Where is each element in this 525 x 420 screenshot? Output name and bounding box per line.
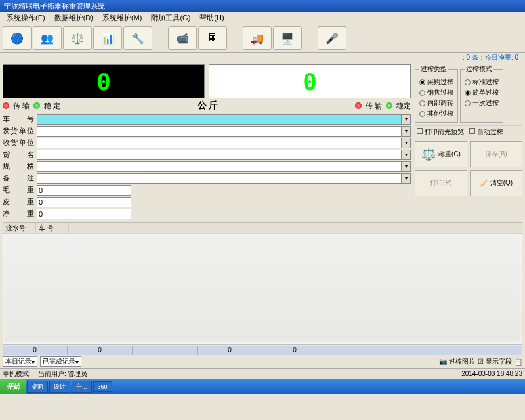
toolbar-btn-calc[interactable]: 🖩 [198, 26, 227, 50]
window-title-bar: 宁波精联电子衡器称重管理系统 [0, 0, 525, 12]
filter-completion[interactable]: 已完成记录 ▾ [40, 356, 81, 367]
filter-fields[interactable]: ☑ 显示字段 [478, 357, 512, 366]
label-gross: 毛 重 [3, 185, 37, 195]
toolbar-btn-tools[interactable]: 🔧 [123, 26, 152, 50]
dropdown-car-no[interactable]: ▾ [402, 114, 411, 125]
filter-extra[interactable]: 📋 [514, 358, 522, 366]
label-receiver: 收货单位 [3, 138, 37, 148]
toolbar-btn-monitor[interactable]: 🖥️ [273, 26, 302, 50]
scale-status-row: 传 输 稳 定 公 斤 传 输 稳定 [3, 98, 411, 113]
filter-images[interactable]: 📷 过榨图片 [439, 357, 475, 366]
radio-type-0[interactable]: 采购过榨 [419, 77, 453, 87]
weigh-type-group: 过榨类型 采购过榨 销售过榨 内部调转 其他过榨 [415, 64, 458, 123]
start-button[interactable]: 开始 [0, 379, 26, 394]
filter-date-range[interactable]: 本日记录 ▾ [3, 356, 37, 367]
dropdown-shipper[interactable]: ▾ [402, 126, 411, 136]
led-transmit-2-icon [355, 102, 362, 109]
col-car-no: 车 号 [36, 223, 69, 233]
radio-mode-1[interactable]: 简单过榨 [465, 88, 499, 97]
toolbar-btn-2[interactable]: 👥 [33, 26, 62, 50]
dropdown-goods[interactable]: ▾ [402, 150, 411, 160]
summary-row: 0 0 0 0 [3, 346, 522, 355]
input-spec[interactable] [37, 161, 402, 172]
label-car-no: 车 号 [3, 114, 37, 124]
label-goods: 货 名 [3, 150, 37, 159]
menu-bar: 系统操作(E) 数据维护(D) 系统维护(M) 附加工具(G) 帮助(H) [0, 12, 525, 24]
input-receiver[interactable] [37, 138, 402, 148]
toolbar-btn-camera[interactable]: 📹 [168, 26, 197, 50]
app-title: 宁波精联电子衡器称重管理系统 [4, 1, 105, 11]
toolbar-btn-mic[interactable]: 🎤 [318, 26, 346, 50]
label-shipper: 发货单位 [3, 126, 37, 136]
input-tare[interactable] [37, 197, 131, 207]
task-item[interactable]: 设计 [49, 381, 70, 393]
save-button[interactable]: 保存(B) [470, 141, 522, 167]
filter-bar: 本日记录 ▾ 已完成记录 ▾ 📷 过榨图片 ☑ 显示字段 📋 [0, 355, 525, 368]
task-item[interactable]: 桌面 [27, 381, 48, 393]
top-status-line: : 0 条；今日净重: 0 [0, 52, 525, 63]
toolbar-btn-1[interactable]: 🔵 [3, 26, 32, 50]
dropdown-remark[interactable]: ▾ [402, 173, 411, 184]
menu-sys-maint[interactable]: 系统维护(M) [98, 12, 146, 24]
led-stable-2-icon [386, 102, 392, 109]
dropdown-receiver[interactable]: ▾ [402, 138, 411, 148]
unit-label: 公 斤 [64, 100, 351, 112]
status-bar: 单机模式: 当前用户: 管理员 2014-03-03 18:48:23 [0, 368, 525, 379]
input-gross[interactable] [37, 185, 131, 196]
status-datetime: 2014-03-03 18:48:23 [461, 370, 522, 377]
eraser-icon: 🧹 [480, 180, 488, 187]
input-net[interactable] [37, 209, 131, 219]
input-goods[interactable] [37, 150, 402, 160]
radio-type-2[interactable]: 内部调转 [419, 98, 453, 108]
menu-help[interactable]: 帮助(H) [196, 12, 228, 24]
toolbar-btn-scale[interactable]: ⚖️ [63, 26, 92, 50]
label-tare: 皮 重 [3, 197, 37, 207]
toolbar: 🔵 👥 ⚖️ 📊 🔧 📹 🖩 🚚 🖥️ 🎤 [0, 24, 525, 52]
chk-auto-weigh[interactable]: 自动过榨 [469, 127, 503, 136]
input-car-no[interactable] [37, 114, 402, 125]
radio-mode-2[interactable]: 一次过榨 [465, 98, 499, 108]
radio-mode-0[interactable]: 标准过榨 [465, 77, 499, 87]
radio-type-1[interactable]: 销售过榨 [419, 88, 453, 97]
col-serial: 流水号 [3, 223, 36, 233]
print-button[interactable]: 打印(P) [415, 170, 467, 196]
weight-display-1: 0 [3, 64, 205, 98]
led-transmit-1-icon [3, 102, 9, 109]
table-body-blurred [3, 234, 522, 343]
scale-icon: ⚖️ [421, 147, 436, 161]
label-net: 净 重 [3, 209, 37, 219]
label-remark: 备 注 [3, 173, 37, 183]
radio-type-3[interactable]: 其他过榨 [419, 109, 453, 118]
weight-display-2: 0 [209, 64, 411, 98]
chk-print-preview[interactable]: 打印前先预览 [417, 127, 464, 136]
toolbar-btn-chart[interactable]: 📊 [93, 26, 122, 50]
dropdown-spec[interactable]: ▾ [402, 161, 411, 172]
windows-taskbar: 开始 桌面 设计 宁... 360 [0, 379, 525, 394]
menu-data-maint[interactable]: 数据维护(D) [51, 12, 97, 24]
input-shipper[interactable] [37, 126, 402, 136]
led-stable-1-icon [33, 102, 40, 109]
records-table[interactable]: 流水号 车 号 [3, 222, 522, 345]
weigh-mode-group: 过榨模式 标准过榨 简单过榨 一次过榨 [460, 64, 503, 123]
menu-system-ops[interactable]: 系统操作(E) [3, 12, 49, 24]
weigh-button[interactable]: ⚖️称重(C) [415, 141, 467, 167]
menu-addon-tools[interactable]: 附加工具(G) [147, 12, 194, 24]
input-remark[interactable] [37, 173, 402, 184]
toolbar-btn-truck[interactable]: 🚚 [243, 26, 272, 50]
label-spec: 规 格 [3, 161, 37, 171]
task-item[interactable]: 360 [93, 381, 112, 392]
task-item[interactable]: 宁... [72, 381, 92, 393]
clear-button[interactable]: 🧹清空(Q) [470, 170, 522, 196]
